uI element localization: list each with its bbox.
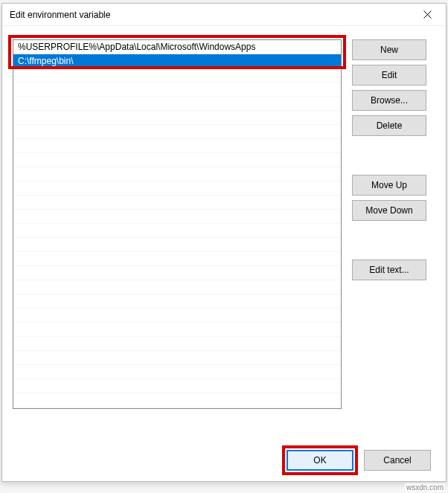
list-item[interactable] bbox=[13, 379, 341, 393]
list-item[interactable] bbox=[13, 153, 341, 167]
watermark: wsxdn.com bbox=[405, 483, 445, 492]
list-item[interactable] bbox=[13, 68, 341, 83]
cancel-button[interactable]: Cancel bbox=[364, 450, 431, 471]
dialog-body: %USERPROFILE%\AppData\Local\Microsoft\Wi… bbox=[2, 26, 446, 481]
list-item[interactable] bbox=[13, 365, 341, 379]
list-item[interactable] bbox=[13, 210, 341, 224]
edit-button[interactable]: Edit bbox=[352, 65, 426, 86]
footer-row: OK Cancel bbox=[13, 439, 435, 471]
list-item[interactable] bbox=[13, 323, 341, 337]
titlebar: Edit environment variable bbox=[2, 4, 446, 26]
move-up-button[interactable]: Move Up bbox=[352, 175, 426, 196]
list-item[interactable] bbox=[13, 167, 341, 181]
list-item-selected[interactable] bbox=[13, 54, 341, 68]
list-item[interactable] bbox=[13, 351, 341, 365]
list-item[interactable] bbox=[13, 252, 341, 266]
browse-button[interactable]: Browse... bbox=[352, 90, 426, 111]
move-down-button[interactable]: Move Down bbox=[352, 200, 426, 221]
content-row: %USERPROFILE%\AppData\Local\Microsoft\Wi… bbox=[13, 39, 435, 439]
list-item[interactable] bbox=[13, 111, 341, 125]
list-item[interactable] bbox=[13, 181, 341, 196]
new-button[interactable]: New bbox=[352, 39, 426, 60]
spacer bbox=[352, 141, 426, 170]
list-item[interactable] bbox=[13, 224, 341, 238]
list-item[interactable] bbox=[13, 266, 341, 280]
close-button[interactable] bbox=[413, 4, 441, 25]
edit-text-button[interactable]: Edit text... bbox=[352, 260, 426, 280]
list-item[interactable] bbox=[13, 337, 341, 351]
dialog-title: Edit environment variable bbox=[10, 10, 413, 20]
delete-button[interactable]: Delete bbox=[352, 115, 426, 136]
path-list[interactable]: %USERPROFILE%\AppData\Local\Microsoft\Wi… bbox=[13, 39, 342, 409]
ok-button[interactable]: OK bbox=[287, 450, 353, 471]
side-button-column: New Edit Browse... Delete Move Up Move D… bbox=[352, 39, 426, 439]
list-item[interactable] bbox=[13, 196, 341, 210]
close-icon bbox=[423, 10, 432, 19]
list-wrapper: %USERPROFILE%\AppData\Local\Microsoft\Wi… bbox=[13, 39, 342, 439]
path-edit-input[interactable] bbox=[18, 54, 336, 68]
list-item[interactable] bbox=[13, 280, 341, 294]
list-item[interactable] bbox=[13, 125, 341, 139]
list-item[interactable] bbox=[13, 83, 341, 97]
ok-wrapper: OK bbox=[287, 450, 353, 471]
list-item[interactable] bbox=[13, 294, 341, 309]
list-item[interactable] bbox=[13, 309, 341, 323]
list-item[interactable]: %USERPROFILE%\AppData\Local\Microsoft\Wi… bbox=[13, 40, 341, 54]
edit-env-var-dialog: Edit environment variable %USERPROFILE%\… bbox=[1, 3, 447, 482]
spacer bbox=[352, 225, 426, 255]
list-item[interactable] bbox=[13, 97, 341, 111]
list-item[interactable] bbox=[13, 139, 341, 153]
list-item[interactable] bbox=[13, 393, 341, 407]
list-item[interactable] bbox=[13, 238, 341, 252]
